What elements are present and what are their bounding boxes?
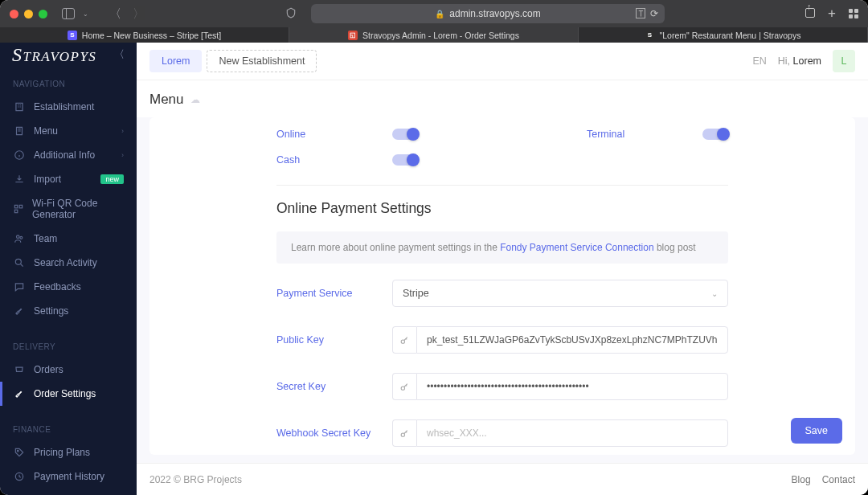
sidebar-item-payment-history[interactable]: Payment History	[0, 464, 137, 489]
svg-rect-3	[19, 205, 23, 208]
privacy-shield-icon[interactable]	[285, 7, 297, 21]
nav-label: Additional Info	[34, 149, 95, 161]
browser-tab[interactable]: ◱ Stravopys Admin - Lorem - Order Settin…	[289, 27, 579, 43]
sidebar-item-wifi-qr[interactable]: Wi-Fi QR Code Generator	[0, 191, 137, 227]
tab-overview-icon[interactable]	[849, 9, 858, 18]
sidebar: STRAVOPYS 〈 NAVIGATION Establishment Men…	[0, 43, 137, 495]
nav-label: Establishment	[34, 101, 94, 112]
greeting-text: Hi,	[778, 55, 790, 67]
sidebar-item-pricing[interactable]: Pricing Plans	[0, 440, 137, 464]
nav-label: Feedbacks	[34, 281, 81, 292]
building-icon	[13, 101, 26, 112]
sidebar-collapse-button[interactable]: 〈	[114, 47, 125, 62]
favicon-icon: S	[645, 31, 655, 40]
chevron-right-icon: ›	[121, 151, 124, 159]
key-icon	[392, 326, 416, 354]
nav-label: Team	[34, 233, 57, 244]
nav-label: Payment History	[34, 471, 104, 482]
sidebar-item-menu[interactable]: Menu ›	[0, 119, 137, 143]
browser-tab[interactable]: S "Lorem" Restaurant Menu | Stravopys	[579, 27, 868, 43]
forward-button[interactable]: 〉	[133, 6, 145, 22]
label-public-key: Public Key	[276, 334, 392, 346]
tab-label: Stravopys Admin - Lorem - Order Settings	[362, 31, 519, 40]
close-window-button[interactable]	[10, 10, 18, 18]
svg-point-11	[401, 386, 404, 389]
sidebar-item-settings[interactable]: Settings	[0, 299, 137, 323]
nav-label: Search Activity	[34, 257, 97, 268]
nav-label: Menu	[34, 125, 58, 137]
key-icon	[392, 373, 416, 400]
tag-icon	[13, 447, 26, 458]
nav-label: Import	[34, 174, 61, 185]
window-controls	[10, 10, 47, 18]
sidebar-item-order-settings[interactable]: Order Settings	[0, 382, 137, 406]
copyright-text: 2022 © BRG Projects	[149, 474, 242, 485]
sidebar-toggle-icon[interactable]	[62, 8, 75, 19]
tab-label: Home – New Business – Stripe [Test]	[82, 31, 221, 40]
reader-icon[interactable]: 🅃	[636, 8, 645, 19]
select-payment-service[interactable]: Stripe ⌄	[392, 280, 728, 307]
url-text: admin.stravopys.com	[449, 8, 540, 19]
wrench-icon	[13, 305, 26, 317]
footer: 2022 © BRG Projects Blog Contact	[137, 463, 868, 495]
svg-rect-2	[14, 205, 18, 208]
footer-contact-link[interactable]: Contact	[822, 474, 855, 485]
label-secret-key: Secret Key	[276, 381, 392, 392]
divider	[276, 185, 728, 186]
topbar: Lorem New Establishment EN Hi, Lorem L	[137, 43, 868, 80]
maximize-window-button[interactable]	[39, 10, 47, 18]
tab-current-establishment[interactable]: Lorem	[149, 50, 202, 72]
share-icon[interactable]	[805, 8, 815, 20]
nav-label: Orders	[34, 364, 63, 375]
sidebar-item-import[interactable]: Import new	[0, 167, 137, 191]
minimize-window-button[interactable]	[24, 10, 33, 18]
toggle-online[interactable]	[392, 129, 418, 140]
toggle-label-cash: Cash	[276, 154, 392, 166]
download-icon	[13, 174, 26, 185]
chevron-right-icon: ›	[121, 127, 124, 135]
reload-icon[interactable]: ⟳	[650, 8, 658, 19]
svg-point-5	[17, 235, 20, 239]
sidebar-item-feedbacks[interactable]: Feedbacks	[0, 275, 137, 299]
username: Lorem	[793, 55, 821, 67]
chevron-down-icon[interactable]: ⌄	[83, 10, 88, 18]
sidebar-item-additional-info[interactable]: Additional Info ›	[0, 143, 137, 167]
nav-section-title: FINANCE	[0, 419, 137, 440]
svg-point-8	[17, 450, 18, 452]
browser-tab[interactable]: S Home – New Business – Stripe [Test]	[0, 27, 289, 43]
sidebar-item-search-activity[interactable]: Search Activity	[0, 251, 137, 275]
nav-label: Pricing Plans	[34, 447, 90, 458]
chevron-down-icon: ⌄	[711, 289, 718, 298]
svg-point-10	[401, 339, 404, 342]
input-secret-key[interactable]	[416, 373, 728, 400]
toggle-label-terminal: Terminal	[587, 129, 702, 140]
save-button[interactable]: Save	[791, 418, 843, 444]
svg-rect-0	[16, 103, 23, 110]
toggle-cash[interactable]	[392, 154, 418, 166]
footer-blog-link[interactable]: Blog	[792, 474, 811, 485]
back-button[interactable]: 〈	[109, 6, 121, 22]
nav-label: Wi-Fi QR Code Generator	[32, 198, 124, 220]
qr-icon	[13, 203, 24, 215]
page-title: Menu	[149, 92, 184, 108]
wrench-icon	[13, 388, 26, 399]
section-heading: Online Payment Settings	[276, 200, 728, 217]
new-badge: new	[100, 174, 124, 184]
sidebar-item-orders[interactable]: Orders	[0, 358, 137, 382]
address-bar[interactable]: 🔒 admin.stravopys.com 🅃 ⟳	[311, 4, 665, 23]
input-public-key[interactable]	[416, 326, 728, 354]
new-tab-button[interactable]: +	[828, 6, 836, 22]
nav-label: Order Settings	[34, 388, 96, 399]
banner-link[interactable]: Fondy Payment Service Connection	[500, 242, 653, 253]
avatar[interactable]: L	[833, 50, 855, 72]
sidebar-item-team[interactable]: Team	[0, 227, 137, 251]
svg-rect-4	[14, 210, 18, 213]
toggle-terminal[interactable]	[702, 129, 728, 140]
logo: STRAVOPYS	[12, 44, 96, 66]
svg-point-7	[15, 259, 21, 264]
favicon-icon: ◱	[348, 31, 358, 40]
select-value: Stripe	[403, 288, 429, 299]
tab-new-establishment[interactable]: New Establishment	[207, 50, 317, 72]
language-selector[interactable]: EN	[752, 55, 766, 67]
sidebar-item-establishment[interactable]: Establishment	[0, 95, 137, 119]
